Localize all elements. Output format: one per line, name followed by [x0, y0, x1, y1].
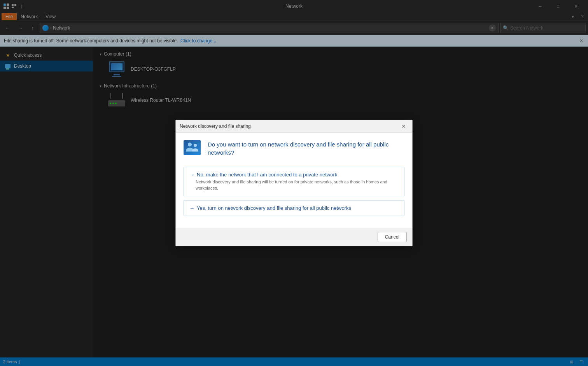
- dialog-overlay: Network discovery and file sharing ✕: [0, 0, 588, 366]
- dialog-question: Do you want to turn on network discovery…: [208, 140, 404, 159]
- option1-title-text: No, make the network that I am connected…: [197, 172, 337, 178]
- dialog-option-private[interactable]: → No, make the network that I am connect…: [184, 167, 404, 196]
- dialog-option-private-desc: Network discovery and file sharing will …: [189, 179, 399, 191]
- svg-point-8: [194, 144, 197, 147]
- arrow-icon-1: →: [189, 172, 194, 178]
- dialog-title-bar: Network discovery and file sharing ✕: [176, 120, 412, 132]
- dialog-header-row: Do you want to turn on network discovery…: [184, 140, 404, 159]
- dialog-close-button[interactable]: ✕: [399, 122, 408, 131]
- dialog-icon: [184, 140, 202, 159]
- option2-title-text: Yes, turn on network discovery and file …: [197, 205, 351, 211]
- dialog-icon-background: [184, 140, 201, 155]
- dialog-option-private-title: → No, make the network that I am connect…: [189, 172, 399, 178]
- dialog-body: Do you want to turn on network discovery…: [176, 132, 412, 228]
- cancel-button[interactable]: Cancel: [378, 232, 407, 242]
- arrow-icon-2: →: [189, 205, 194, 211]
- svg-point-7: [188, 143, 192, 146]
- people-network-icon: [184, 141, 200, 155]
- dialog-footer: Cancel: [176, 228, 412, 246]
- dialog-option-public[interactable]: → Yes, turn on network discovery and fil…: [184, 200, 404, 216]
- dialog-option-public-title: → Yes, turn on network discovery and fil…: [189, 205, 399, 211]
- dialog-title: Network discovery and file sharing: [180, 124, 399, 129]
- network-discovery-dialog: Network discovery and file sharing ✕: [175, 120, 413, 246]
